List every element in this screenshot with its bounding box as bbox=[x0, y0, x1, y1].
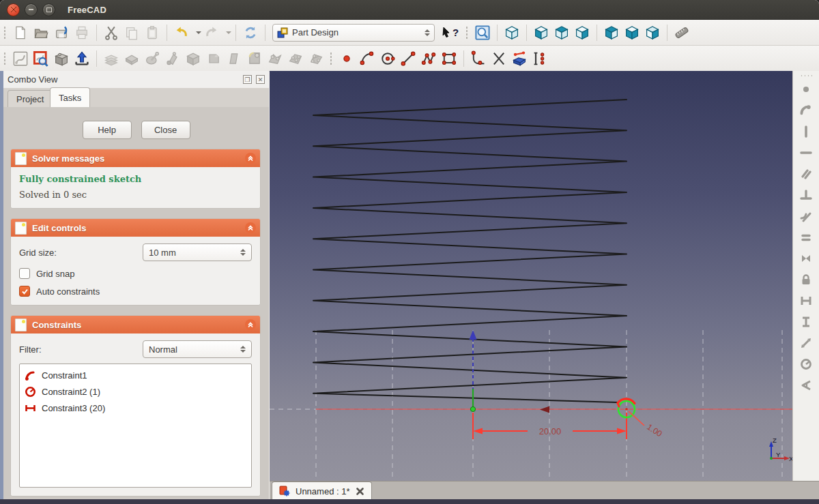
constraint-item[interactable]: Constraint1 bbox=[20, 367, 251, 383]
tab-close-icon[interactable] bbox=[356, 487, 364, 496]
spinner-arrows-icon[interactable] bbox=[240, 346, 246, 353]
pocket-button[interactable] bbox=[183, 48, 203, 69]
map-sketch-button[interactable] bbox=[51, 48, 72, 69]
redo-dropdown[interactable] bbox=[222, 23, 231, 43]
constrain-perpendicular-button[interactable] bbox=[796, 184, 816, 205]
constrain-vertical-button[interactable] bbox=[796, 121, 816, 142]
constraint-list[interactable]: Constraint1Constraint2 (1)Constraint3 (2… bbox=[19, 364, 252, 488]
draft-button[interactable] bbox=[224, 48, 244, 69]
pad-dressup-button[interactable] bbox=[101, 48, 121, 69]
save-button[interactable] bbox=[51, 23, 72, 43]
trim-button[interactable] bbox=[489, 48, 509, 69]
toolbar-grip[interactable] bbox=[330, 52, 332, 65]
constrain-tangent-button[interactable] bbox=[796, 205, 816, 226]
constrain-parallel-button[interactable] bbox=[796, 163, 816, 184]
constrain-horizontal-distance-button[interactable] bbox=[796, 290, 816, 311]
width-dimension[interactable]: 20.00 bbox=[473, 413, 627, 439]
carbon-copy-button[interactable] bbox=[530, 48, 550, 69]
constrain-horizontal-button[interactable] bbox=[796, 142, 816, 163]
revolution-button[interactable] bbox=[142, 48, 162, 69]
titlebar[interactable]: FreeCAD bbox=[0, 0, 819, 20]
print-button[interactable] bbox=[72, 23, 92, 43]
close-task-button[interactable]: Close bbox=[141, 121, 190, 139]
solver-messages-header[interactable]: Solver messages bbox=[11, 149, 260, 167]
polar-pattern-button[interactable] bbox=[306, 48, 326, 69]
constraint-filter-select[interactable]: Normal bbox=[143, 340, 252, 358]
constrain-angle-button[interactable] bbox=[796, 374, 816, 396]
view-axonometric-button[interactable] bbox=[502, 23, 522, 43]
width-dimension-value[interactable]: 20.00 bbox=[539, 426, 562, 436]
auto-constraints-checkbox[interactable] bbox=[19, 286, 30, 297]
groove-button[interactable] bbox=[162, 48, 183, 69]
grid-size-select[interactable]: 10 mm bbox=[143, 243, 252, 261]
grid-snap-checkbox[interactable] bbox=[19, 268, 30, 279]
constraint-item[interactable]: Constraint3 (20) bbox=[20, 400, 251, 416]
refresh-button[interactable] bbox=[240, 23, 261, 43]
paste-button[interactable] bbox=[142, 23, 162, 43]
mirrored-button[interactable] bbox=[265, 48, 285, 69]
panel-float-icon[interactable]: ❐ bbox=[243, 75, 252, 84]
window-maximize-button[interactable] bbox=[42, 3, 55, 16]
chamfer-button[interactable] bbox=[203, 48, 224, 69]
sketch-fillet-button[interactable] bbox=[468, 48, 489, 69]
new-sketch-button[interactable] bbox=[10, 48, 31, 69]
spinner-arrows-icon[interactable] bbox=[425, 29, 430, 36]
circle-center-point[interactable] bbox=[625, 408, 628, 411]
redo-button[interactable] bbox=[201, 23, 222, 43]
helix-sketch-curve[interactable] bbox=[313, 100, 627, 402]
toolbar-grip[interactable] bbox=[800, 74, 812, 77]
cut-button[interactable] bbox=[101, 23, 121, 43]
create-circle-button[interactable] bbox=[377, 48, 398, 69]
edit-controls-header[interactable]: Edit controls bbox=[11, 219, 260, 237]
view-rear-button[interactable] bbox=[601, 23, 622, 43]
undo-dropdown[interactable] bbox=[192, 23, 201, 43]
undo-button[interactable] bbox=[171, 23, 192, 43]
panel-close-icon[interactable]: ✕ bbox=[256, 75, 265, 84]
constraints-header[interactable]: Constraints bbox=[11, 316, 260, 333]
workbench-selector[interactable]: Part Design bbox=[272, 24, 435, 42]
constrain-distance-button[interactable] bbox=[796, 332, 816, 353]
external-geometry-button[interactable] bbox=[509, 48, 530, 69]
spinner-arrows-icon[interactable] bbox=[240, 249, 246, 256]
sketch-circle-group[interactable]: 1.00 bbox=[618, 399, 664, 439]
fillet-feature-button[interactable] bbox=[244, 48, 265, 69]
radius-dimension-value[interactable]: 1.00 bbox=[645, 422, 663, 439]
auto-constraints-row[interactable]: Auto constraints bbox=[19, 286, 252, 297]
pad-button[interactable] bbox=[121, 48, 142, 69]
linear-pattern-button[interactable] bbox=[285, 48, 306, 69]
collapse-chevron-icon[interactable] bbox=[245, 222, 256, 233]
edit-sketch-button[interactable] bbox=[31, 48, 51, 69]
create-arc-button[interactable] bbox=[357, 48, 377, 69]
new-file-button[interactable] bbox=[10, 23, 31, 43]
document-tab[interactable]: Unnamed : 1* bbox=[272, 481, 372, 500]
collapse-chevron-icon[interactable] bbox=[245, 319, 256, 330]
create-point-button[interactable] bbox=[336, 48, 357, 69]
view-bottom-button[interactable] bbox=[622, 23, 642, 43]
copy-button[interactable] bbox=[121, 23, 142, 43]
grid-snap-row[interactable]: Grid snap bbox=[19, 268, 252, 279]
constrain-coincident-button[interactable] bbox=[796, 78, 816, 100]
constrain-radius-button[interactable] bbox=[796, 353, 816, 374]
toolbar-grip[interactable] bbox=[3, 52, 6, 65]
collapse-chevron-icon[interactable] bbox=[245, 153, 256, 164]
create-polyline-button[interactable] bbox=[418, 48, 439, 69]
constrain-lock-button[interactable] bbox=[796, 269, 816, 290]
3d-viewport[interactable]: 20.00 1.00 Z Y X bbox=[270, 71, 792, 481]
create-line-button[interactable] bbox=[398, 48, 418, 69]
measure-button[interactable] bbox=[672, 23, 692, 43]
open-file-button[interactable] bbox=[31, 23, 51, 43]
view-left-button[interactable] bbox=[642, 23, 663, 43]
view-front-button[interactable] bbox=[531, 23, 551, 43]
create-rectangle-button[interactable] bbox=[439, 48, 459, 69]
constrain-symmetric-button[interactable] bbox=[796, 248, 816, 269]
tab-tasks[interactable]: Tasks bbox=[50, 87, 90, 107]
constrain-point-on-object-button[interactable] bbox=[796, 100, 816, 121]
tab-project[interactable]: Project bbox=[8, 90, 53, 107]
toolbar-grip[interactable] bbox=[465, 26, 468, 40]
window-minimize-button[interactable] bbox=[25, 3, 38, 16]
help-button[interactable]: Help bbox=[83, 121, 132, 139]
constraint-item[interactable]: Constraint2 (1) bbox=[20, 383, 251, 400]
constrain-equal-button[interactable] bbox=[796, 226, 816, 248]
toolbar-grip[interactable] bbox=[3, 26, 6, 40]
window-close-button[interactable] bbox=[7, 3, 20, 16]
